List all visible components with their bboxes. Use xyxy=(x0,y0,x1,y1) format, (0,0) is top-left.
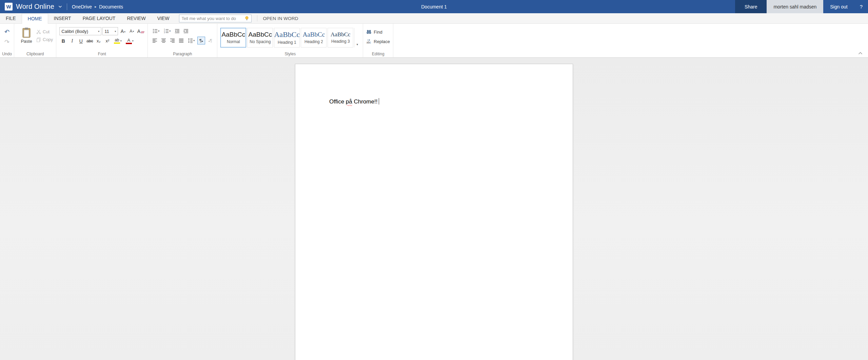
subscript-button[interactable]: x₂ xyxy=(95,37,102,45)
collapse-ribbon-button[interactable] xyxy=(858,52,863,55)
word-logo-letter: W xyxy=(6,4,11,10)
share-button[interactable]: Share xyxy=(735,0,767,13)
underline-button[interactable]: U xyxy=(77,37,85,45)
app-menu-button[interactable] xyxy=(58,5,62,8)
tell-me-container xyxy=(179,13,252,23)
tab-view[interactable]: VIEW xyxy=(152,13,175,23)
app-title: Word Online xyxy=(16,3,54,11)
italic-button[interactable]: I xyxy=(68,37,76,45)
svg-text:3: 3 xyxy=(164,32,165,34)
ribbon-tab-bar: FILE HOME INSERT PAGE LAYOUT REVIEW VIEW… xyxy=(0,13,868,24)
more-styles-button[interactable]: ▾ xyxy=(354,28,360,48)
line-spacing-icon xyxy=(188,38,193,43)
group-undo: ↶ ↷ Undo xyxy=(0,24,14,57)
style-preview: AaBbCc xyxy=(303,31,325,38)
font-family-select[interactable]: Calibri (Body) ▾ xyxy=(59,27,101,35)
text-direction-rtl-button[interactable]: ◂¶ xyxy=(206,37,214,44)
cut-button[interactable]: Cut xyxy=(36,29,53,34)
superscript-button[interactable]: x² xyxy=(103,37,111,45)
undo-button[interactable]: ↶ xyxy=(3,28,11,36)
redo-button[interactable]: ↷ xyxy=(3,38,11,46)
text-direction-ltr-button[interactable]: ¶▸ xyxy=(197,37,205,44)
word-logo-icon[interactable]: W xyxy=(5,3,13,11)
group-clipboard: Paste Cut Cop xyxy=(14,24,56,57)
align-left-button[interactable] xyxy=(151,37,159,44)
chevron-down-icon: ▾ xyxy=(193,39,195,42)
font-color-button[interactable]: A ▾ xyxy=(124,37,135,45)
grow-font-button[interactable]: A▴ xyxy=(119,27,127,35)
line-spacing-button[interactable]: ▾ xyxy=(186,37,196,44)
paste-button[interactable]: Paste xyxy=(17,27,36,44)
chevron-down-icon: ▾ xyxy=(357,43,358,46)
font-family-value: Calibri (Body) xyxy=(61,29,88,34)
increase-indent-button[interactable] xyxy=(182,27,190,35)
chevron-down-icon xyxy=(58,5,62,8)
user-name[interactable]: morten sahl madsen xyxy=(767,0,823,13)
style-card-normal[interactable]: AaBbCc Normal xyxy=(220,28,246,48)
group-styles: AaBbCc Normal AaBbCc No Spacing AaBbCc H… xyxy=(217,24,363,57)
style-card-heading-1[interactable]: AaBbCc Heading 1 xyxy=(274,28,300,48)
bullet-list-icon xyxy=(153,29,158,34)
chevron-up-icon xyxy=(858,52,863,55)
text-cursor xyxy=(379,98,379,105)
align-center-button[interactable] xyxy=(160,37,167,44)
replace-button[interactable]: ab c Replace xyxy=(366,38,390,45)
clipboard-icon xyxy=(22,27,31,38)
tell-me-input[interactable] xyxy=(181,16,244,21)
numbering-button[interactable]: 1 2 3 ▾ xyxy=(162,27,172,35)
titlebar-divider xyxy=(67,3,67,10)
align-right-icon xyxy=(170,38,175,43)
copy-button[interactable]: Copy xyxy=(36,37,53,42)
find-button[interactable]: Find xyxy=(366,29,390,35)
style-name: Heading 1 xyxy=(278,40,296,45)
tab-page-layout[interactable]: PAGE LAYOUT xyxy=(77,13,121,23)
svg-text:c: c xyxy=(370,41,371,44)
style-card-no-spacing[interactable]: AaBbCc No Spacing xyxy=(247,28,273,48)
group-editing: Find ab c Replace Editing xyxy=(363,24,393,57)
help-button[interactable]: ? xyxy=(854,0,868,13)
clear-formatting-button[interactable]: A xyxy=(137,27,144,35)
tell-me-box xyxy=(179,15,252,22)
copy-label: Copy xyxy=(43,37,53,42)
breadcrumb-documents[interactable]: Documents xyxy=(99,4,123,10)
copy-icon xyxy=(36,37,41,42)
tab-insert[interactable]: INSERT xyxy=(48,13,77,23)
justify-button[interactable] xyxy=(177,37,185,44)
group-label-paragraph: Paragraph xyxy=(148,52,217,56)
chevron-down-icon: ▾ xyxy=(120,39,122,42)
font-size-select[interactable]: 11 ▾ xyxy=(102,27,118,35)
style-card-heading-2[interactable]: AaBbCc Heading 2 xyxy=(301,28,327,48)
style-preview: AaBbCc xyxy=(274,31,300,38)
document-canvas: Office på Chrome!! xyxy=(0,58,868,360)
find-label: Find xyxy=(374,30,382,35)
group-paragraph: ▾ 1 2 3 ▾ xyxy=(148,24,217,57)
decrease-indent-button[interactable] xyxy=(173,27,181,35)
tab-home[interactable]: HOME xyxy=(22,13,48,24)
align-right-button[interactable] xyxy=(169,37,176,44)
open-in-word-button[interactable]: OPEN IN WORD xyxy=(257,13,303,23)
numbered-list-icon: 1 2 3 xyxy=(164,29,169,34)
tab-review[interactable]: REVIEW xyxy=(121,13,151,23)
grow-font-label: A xyxy=(121,29,124,34)
scissors-icon xyxy=(36,30,41,34)
breadcrumb-onedrive[interactable]: OneDrive xyxy=(72,4,92,10)
titlebar-left: W Word Online OneDrive ▸ Documents xyxy=(0,0,123,13)
increase-indent-icon xyxy=(183,29,189,34)
sign-out-button[interactable]: Sign out xyxy=(823,0,854,13)
bullets-button[interactable]: ▾ xyxy=(151,27,161,35)
group-label-font: Font xyxy=(56,52,147,56)
lightbulb-icon xyxy=(244,16,249,21)
bold-button[interactable]: B xyxy=(59,37,67,45)
highlight-label: ab xyxy=(115,38,119,42)
document-page[interactable]: Office på Chrome!! xyxy=(295,64,573,360)
font-color-swatch xyxy=(126,43,132,44)
breadcrumb: OneDrive ▸ Documents xyxy=(72,4,123,10)
style-name: Normal xyxy=(227,39,240,44)
tab-file[interactable]: FILE xyxy=(0,13,22,23)
shrink-font-button[interactable]: A▾ xyxy=(128,27,136,35)
doc-text-before: Office xyxy=(329,98,346,105)
style-card-heading-3[interactable]: AaBbCc Heading 3 xyxy=(328,28,353,48)
replace-label: Replace xyxy=(374,39,390,44)
highlight-button[interactable]: ab ▾ xyxy=(112,37,123,45)
strikethrough-button[interactable]: abc xyxy=(86,37,94,45)
